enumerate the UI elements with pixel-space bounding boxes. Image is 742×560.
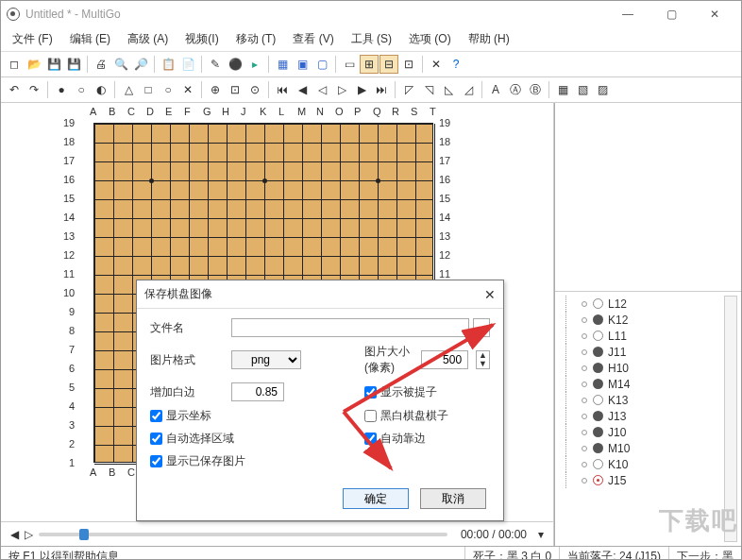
info-icon[interactable]: ▣ [293,55,312,74]
panel-icon[interactable]: ▭ [340,55,359,74]
move-row[interactable]: K12 [561,312,735,328]
print-icon[interactable]: 🖨 [92,55,110,74]
settings-icon[interactable]: ✕ [427,55,446,74]
next-icon[interactable]: ▶ [352,80,371,99]
show-captured-checkbox[interactable]: 显示被提子 [364,384,490,400]
playback-slider[interactable] [39,533,447,536]
open-icon[interactable]: 📂 [25,55,43,74]
prev-icon[interactable]: ◀ [293,80,312,99]
link-icon[interactable]: ⊕ [206,80,225,99]
undo-icon[interactable]: ↶ [5,80,24,99]
menu-advanced[interactable]: 高级 (A) [127,31,168,47]
comment-panel[interactable] [555,103,741,292]
web-icon[interactable]: ⊡ [226,80,245,99]
filename-input[interactable] [231,318,469,337]
last-icon[interactable]: ⏭ [372,80,391,99]
play-mode-icon[interactable]: ▾ [538,528,544,541]
maximize-button[interactable]: ▢ [650,2,692,26]
whitestone-icon[interactable]: ○ [72,80,91,99]
menu-view[interactable]: 查看 (V) [293,31,333,47]
move-row[interactable]: H10 [561,360,735,376]
struct-icon[interactable]: ⊡ [399,55,418,74]
search-icon[interactable]: 🔎 [131,55,150,74]
auto-edge-checkbox[interactable]: 自动靠边 [364,431,490,447]
play-prev-icon[interactable]: ◀ [10,528,19,541]
export-icon[interactable]: ▨ [593,80,612,99]
copy-icon[interactable]: 📋 [159,55,177,74]
size-label: 图片大小 (像素) [364,344,413,376]
grid-icon[interactable]: ▦ [273,55,292,74]
marker-b-icon[interactable]: Ⓐ [506,80,525,99]
move-row[interactable]: J13 [561,408,735,424]
new-icon[interactable]: ◻ [5,55,24,74]
play-start-icon[interactable]: ▷ [25,528,33,541]
move-row[interactable]: L11 [561,328,735,344]
paste-icon[interactable]: 📄 [178,55,197,74]
close-button[interactable]: ✕ [694,2,735,26]
move-row[interactable]: M14 [561,376,735,392]
cancel-button[interactable]: 取消 [420,488,486,509]
move-row[interactable]: K10 [561,456,735,472]
bw-stones-checkbox[interactable]: 黑白棋盘棋子 [364,408,490,424]
square-icon[interactable]: □ [139,80,158,99]
move-row[interactable]: K13 [561,392,735,408]
label-icon[interactable]: Ⓑ [526,80,545,99]
img-icon[interactable]: ▧ [573,80,592,99]
menu-options[interactable]: 选项 (O) [409,31,451,47]
menu-file[interactable]: 文件 (F) [12,31,53,47]
save-image-dialog: 保存棋盘图像 ✕ 文件名 ... 图片格式 png 图片大小 (像素) ▲▼ [136,280,504,521]
first-icon[interactable]: ⏮ [273,80,292,99]
show-coords-checkbox[interactable]: 显示坐标 [150,408,357,424]
dialog-close-icon[interactable]: ✕ [484,287,496,302]
browse-button[interactable]: ... [473,318,490,337]
blackstone-icon[interactable]: ● [52,80,71,99]
fwd-icon[interactable]: ▷ [332,80,351,99]
save-icon[interactable]: 💾 [44,55,63,74]
branch-up-icon[interactable]: ◸ [399,80,418,99]
branch-right-icon[interactable]: ◿ [459,80,478,99]
ok-button[interactable]: 确定 [343,488,409,509]
preview-icon[interactable]: 🔍 [111,55,130,74]
redo-icon[interactable]: ↷ [25,80,43,99]
move-row[interactable]: J10 [561,424,735,440]
menu-move[interactable]: 移动 (T) [236,31,277,47]
move-row[interactable]: L12 [561,296,735,312]
help-icon[interactable]: ? [447,55,465,74]
move-row[interactable]: J15 [561,472,735,488]
show-saved-checkbox[interactable]: 显示已保存图片 [150,453,490,469]
minimize-button[interactable]: — [607,2,649,26]
auto-select-checkbox[interactable]: 自动选择区域 [150,431,357,447]
play-icon[interactable]: ▸ [245,55,264,74]
size-spinner-icon[interactable]: ▲▼ [476,350,490,369]
branch-left-icon[interactable]: ◺ [439,80,458,99]
move-row[interactable]: J11 [561,344,735,360]
format-select[interactable]: png [231,350,301,369]
tree-icon[interactable]: ⊞ [360,55,379,74]
playback-time: 00:00 / 00:00 [461,528,527,541]
cross-icon[interactable]: ✕ [178,80,197,99]
circle-icon[interactable]: ○ [159,80,177,99]
move-label: L12 [608,297,627,311]
tree-scrollbar[interactable] [724,296,737,542]
branch-icon[interactable]: ⊟ [379,55,398,74]
view-icon[interactable]: ▢ [312,55,331,74]
menu-video[interactable]: 视频(I) [185,31,218,47]
chart-icon[interactable]: ▦ [553,80,572,99]
menu-help[interactable]: 帮助 (H) [468,31,510,47]
window-title: Untitled * - MultiGo [25,8,607,21]
margin-input[interactable] [231,382,284,401]
menu-tools[interactable]: 工具 (S) [351,31,392,47]
bwstone-icon[interactable]: ◐ [92,80,110,99]
back-icon[interactable]: ◁ [312,80,331,99]
menu-edit[interactable]: 编辑 (E) [70,31,110,47]
branch-down-icon[interactable]: ◹ [419,80,438,99]
edit-icon[interactable]: ✎ [206,55,225,74]
marker-a-icon[interactable]: A [486,80,505,99]
move-row[interactable]: M10 [561,440,735,456]
node-icon[interactable]: ⊙ [245,80,264,99]
ball-icon[interactable]: ⚫ [226,55,245,74]
triangle-icon[interactable]: △ [119,80,138,99]
saveas-icon[interactable]: 💾 [64,55,83,74]
size-input[interactable] [421,350,468,369]
move-label: M14 [608,378,630,391]
